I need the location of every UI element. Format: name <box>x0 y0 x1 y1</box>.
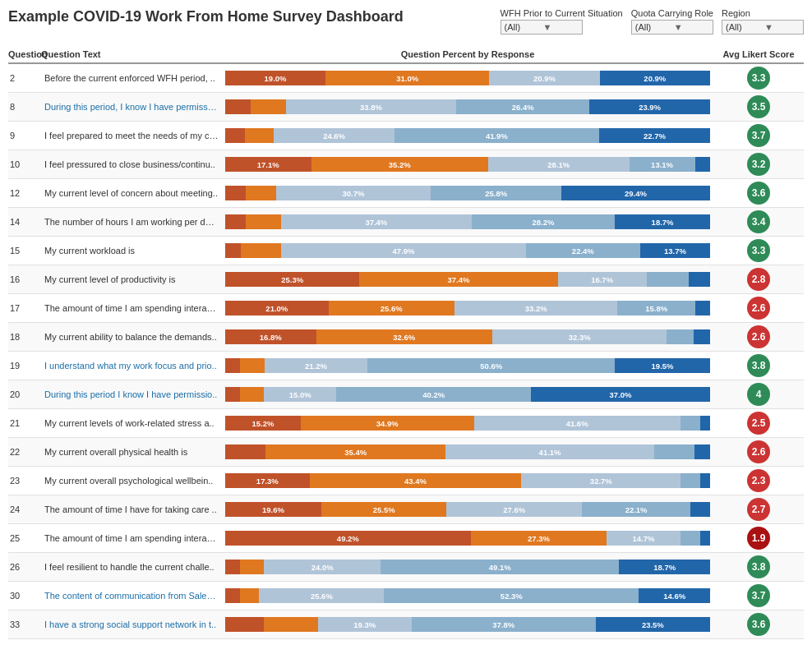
bar-segment: 17.1% <box>225 157 311 172</box>
question-number: 24 <box>8 502 41 517</box>
table-row: 16My current level of productivity is25.… <box>8 265 804 294</box>
score-circle: 3.4 <box>747 210 770 233</box>
bar-segment: 17.3% <box>225 473 310 488</box>
chart-cell: 19.0%31.0%20.9%20.9% <box>222 68 713 88</box>
score-circle: 3.3 <box>747 239 770 262</box>
table-row: 25The amount of time I am spending inter… <box>8 524 804 553</box>
bar-segment: 32.7% <box>521 473 681 488</box>
bar-container: 19.6%25.5%27.6%22.1% <box>225 502 710 517</box>
question-number: 18 <box>8 329 41 344</box>
table-row: 9I feel prepared to meet the needs of my… <box>8 122 804 150</box>
bar-segment <box>246 214 281 229</box>
bar-segment: 32.6% <box>316 329 492 344</box>
dropdown-arrow-region: ▼ <box>764 22 800 32</box>
bar-segment <box>695 157 710 172</box>
bar-segment: 25.5% <box>321 502 446 517</box>
table-row: 17The amount of time I am spending inter… <box>8 294 804 323</box>
bar-segment: 27.3% <box>471 531 607 546</box>
score-circle: 2.6 <box>747 325 770 348</box>
chart-cell: 24.6%41.9%22.7% <box>222 126 713 145</box>
bar-container: 24.0%49.1%18.7% <box>225 560 710 574</box>
bar-segment <box>700 416 710 431</box>
question-number: 2 <box>8 71 41 85</box>
bar-segment: 49.2% <box>225 531 471 546</box>
question-text: I feel prepared to meet the needs of my … <box>41 128 222 143</box>
score-cell: 3.3 <box>713 64 804 92</box>
bar-segment: 23.9% <box>589 99 710 114</box>
filter-value-quota: (All) <box>635 22 671 32</box>
bar-segment: 35.2% <box>311 157 488 172</box>
bar-segment: 14.7% <box>607 531 680 546</box>
table-row: 24The amount of time I have for taking c… <box>8 495 804 524</box>
chart-cell: 30.7%25.8%29.4% <box>222 183 713 203</box>
score-circle: 3.2 <box>747 153 770 176</box>
page-title: Example COVID-19 Work From Home Survey D… <box>8 8 404 25</box>
score-circle: 2.6 <box>747 440 770 463</box>
bar-segment: 30.7% <box>276 186 431 200</box>
score-circle: 3.7 <box>747 124 770 147</box>
question-text: My current level of concern about meetin… <box>41 186 222 200</box>
bar-segment: 20.9% <box>600 71 710 85</box>
bar-segment <box>667 329 694 344</box>
question-number: 19 <box>8 358 41 373</box>
chart-cell: 21.0%25.6%33.2%15.8% <box>222 298 713 318</box>
bar-segment <box>689 272 710 287</box>
score-circle: 1.9 <box>747 527 770 550</box>
bar-segment: 23.5% <box>596 617 710 632</box>
table-row: 21My current levels of work-related stre… <box>8 409 804 438</box>
filter-select-wfh[interactable]: (All) ▼ <box>501 20 583 35</box>
bar-segment <box>225 99 251 114</box>
table-row: 23My current overall psychological wellb… <box>8 467 804 495</box>
question-text: During this period I know I have permiss… <box>41 387 222 402</box>
bar-segment: 22.4% <box>526 243 640 258</box>
score-cell: 3.8 <box>713 553 804 581</box>
question-number: 20 <box>8 387 41 402</box>
filter-label-wfh: WFH Prior to Current Situation <box>501 8 623 18</box>
question-number: 26 <box>8 560 41 574</box>
question-text: The number of hours I am working per day… <box>41 214 222 229</box>
bar-segment: 22.7% <box>599 128 710 143</box>
table-row: 18My current ability to balance the dema… <box>8 323 804 352</box>
col-header-text: Question Text <box>41 49 222 59</box>
question-text: I feel resilient to handle the current c… <box>41 560 222 574</box>
bar-segment: 33.8% <box>286 99 457 114</box>
bar-segment: 19.5% <box>615 358 710 373</box>
bar-segment <box>240 560 265 574</box>
question-number: 15 <box>8 243 41 258</box>
table-row: 33I have a strong social support network… <box>8 610 804 639</box>
score-cell: 3.2 <box>713 150 804 178</box>
table-row: 12My current level of concern about meet… <box>8 179 804 208</box>
bar-segment <box>240 358 265 373</box>
question-text: My current workload is <box>41 243 222 258</box>
question-text: I understand what my work focus and prio… <box>41 358 222 373</box>
chart-cell: 25.3%37.4%16.7% <box>222 269 713 289</box>
chart-cell: 15.2%34.9%41.6% <box>222 413 713 433</box>
filter-select-region[interactable]: (All) ▼ <box>722 20 804 35</box>
table-row: 20During this period I know I have permi… <box>8 380 804 409</box>
table-row: 22My current overall physical health is3… <box>8 438 804 467</box>
question-text: My current overall physical health is <box>41 444 222 459</box>
bar-segment <box>241 243 282 258</box>
question-text: The amount of time I have for taking car… <box>41 502 222 517</box>
dropdown-arrow-wfh: ▼ <box>543 22 579 32</box>
filter-label-region: Region <box>722 8 750 18</box>
bar-segment <box>240 588 260 603</box>
question-number: 21 <box>8 416 41 431</box>
score-cell: 3.7 <box>713 122 804 150</box>
bar-segment: 31.0% <box>325 71 489 85</box>
bar-segment: 24.6% <box>274 128 394 143</box>
bar-container: 24.6%41.9%22.7% <box>225 128 710 143</box>
bar-segment <box>264 617 317 632</box>
score-cell: 3.4 <box>713 208 804 236</box>
filter-select-quota[interactable]: (All) ▼ <box>631 20 713 35</box>
bar-segment <box>700 531 710 546</box>
question-text: My current level of productivity is <box>41 272 222 287</box>
filter-group-quota: Quota Carrying Role (All) ▼ <box>631 8 713 35</box>
bar-segment <box>681 531 700 546</box>
bar-segment: 47.9% <box>281 243 525 258</box>
bar-segment: 35.4% <box>265 444 445 459</box>
filter-bar: WFH Prior to Current Situation (All) ▼ Q… <box>501 8 804 35</box>
bar-segment: 15.2% <box>225 416 301 431</box>
bar-segment <box>225 560 240 574</box>
bar-segment <box>225 186 246 200</box>
